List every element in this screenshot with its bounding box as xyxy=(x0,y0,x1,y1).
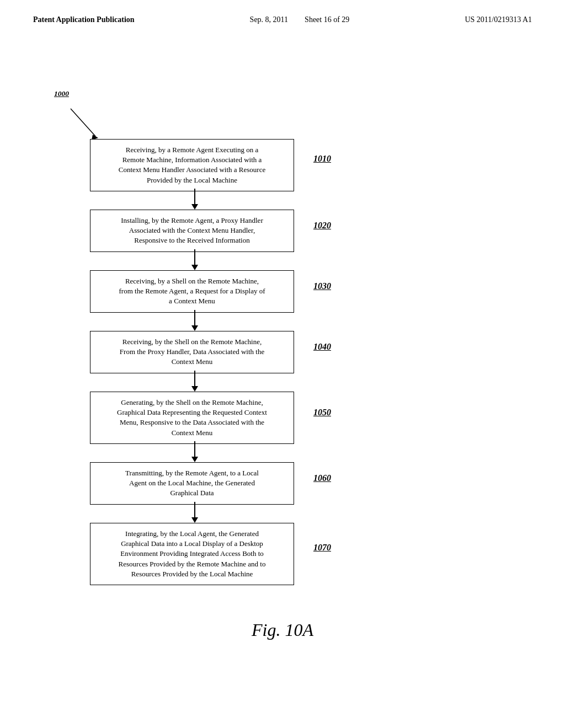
patent-number: US 2011/0219313 A1 xyxy=(465,15,532,24)
box-1050: Generating, by the Shell on the Remote M… xyxy=(90,392,294,444)
publication-label: Patent Application Publication xyxy=(33,15,135,24)
ref-1010: 1010 xyxy=(313,154,331,164)
sheet-info: Sheet 16 of 29 xyxy=(305,15,349,24)
box-1040: Receiving, by the Shell on the Remote Ma… xyxy=(90,331,294,373)
arrow-1040-1050 xyxy=(191,371,198,392)
ref-1060: 1060 xyxy=(313,473,331,483)
arrow-1010-1020 xyxy=(191,189,198,210)
arrow-1050-1060 xyxy=(191,441,198,462)
box-1070: Integrating, by the Local Agent, the Gen… xyxy=(90,523,294,585)
publication-date: Sep. 8, 2011 xyxy=(250,15,288,24)
box-1020: Installing, by the Remote Agent, a Proxy… xyxy=(90,210,294,252)
start-node-label: 1000 xyxy=(54,89,69,98)
ref-1050: 1050 xyxy=(313,408,331,417)
box-1030: Receiving, by a Shell on the Remote Mach… xyxy=(90,270,294,313)
box-1060: Transmitting, by the Remote Agent, to a … xyxy=(90,462,294,505)
arrow-1030-1040 xyxy=(191,310,198,331)
ref-1030: 1030 xyxy=(313,281,331,291)
ref-1070: 1070 xyxy=(313,543,331,553)
figure-caption: Fig. 10A xyxy=(0,620,565,640)
ref-1020: 1020 xyxy=(313,221,331,231)
page-header: Patent Application Publication Sep. 8, 2… xyxy=(0,0,565,24)
arrow-1020-1030 xyxy=(191,249,198,270)
arrow-1060-1070 xyxy=(191,502,198,523)
svg-line-0 xyxy=(71,109,95,136)
box-1010: Receiving, by a Remote Agent Executing o… xyxy=(90,139,294,191)
ref-1040: 1040 xyxy=(313,342,331,352)
header-center: Sep. 8, 2011 Sheet 16 of 29 xyxy=(250,15,350,24)
